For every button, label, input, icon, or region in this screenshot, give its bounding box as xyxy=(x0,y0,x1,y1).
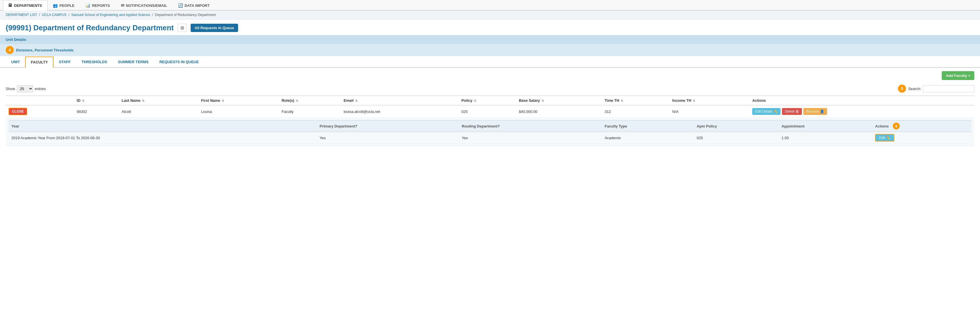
sort-lastname-icon[interactable]: ⇅ xyxy=(142,99,144,102)
step6-badge: 6 xyxy=(893,123,900,129)
table-area: Add Faculty + Show 25 50 100 entries 5 S… xyxy=(0,68,980,150)
row-first-name: Louisa xyxy=(198,105,278,118)
row-close-cell: CLOSE xyxy=(6,105,74,118)
sub-col-primary-dept: Primary Department? xyxy=(317,120,459,132)
reports-icon: 📊 xyxy=(86,3,90,8)
col-header-base-salary: Base Salary ⇅ xyxy=(516,96,601,105)
dataimport-icon: 🔄 xyxy=(178,3,183,8)
sub-col-routing-dept: Routing Department? xyxy=(459,120,602,132)
tab-notifications[interactable]: ✉ NOTIFICATIONS/EMAIL xyxy=(116,0,173,11)
step4-badge: 4 xyxy=(6,46,14,54)
notifications-icon: ✉ xyxy=(121,3,124,8)
tab-reports[interactable]: 📊 REPORTS xyxy=(80,0,116,11)
sort-incometh-icon[interactable]: ⇅ xyxy=(693,99,695,102)
row-income-th: N/A xyxy=(669,105,749,118)
sub-table-row: 2019 Academic Year From 2019-07-01 To 20… xyxy=(9,132,971,144)
people-icon: 👥 xyxy=(53,3,58,8)
sub-col-appointment: Appointment xyxy=(779,120,872,132)
tab-departments[interactable]: 🏛 DEPARTMENTS xyxy=(3,0,48,11)
subtab-requests-in-queue[interactable]: REQUESTS IN QUEUE xyxy=(154,57,204,67)
breadcrumb-dept-list[interactable]: DEPARTMENT LIST xyxy=(6,13,37,17)
sub-col-apm-policy: Apm Policy xyxy=(694,120,779,132)
show-entries: Show 25 50 100 entries xyxy=(6,85,46,92)
col-header-last-name: Last Name ⇅ xyxy=(119,96,198,105)
breadcrumb: DEPARTMENT LIST / UCLA CAMPUS / Samueli … xyxy=(0,11,980,19)
sort-email-icon[interactable]: ⇅ xyxy=(355,99,358,102)
edit-details-button[interactable]: Edit Details ✏️ xyxy=(752,108,781,115)
actions-cell: Edit Details ✏️ Delete 🗑 Become 👤 xyxy=(752,108,971,115)
sub-table: Year Primary Department? Routing Departm… xyxy=(9,120,971,144)
row-base-salary: $40,000.00 xyxy=(516,105,601,118)
main-nav: 🏛 DEPARTMENTS 👥 PEOPLE 📊 REPORTS ✉ NOTIF… xyxy=(0,0,980,11)
col-header-policy: Policy ⇅ xyxy=(458,96,516,105)
divisions-header: 4 Divisions, Personnel Thresholds xyxy=(0,44,980,56)
faculty-table: ID ⇅ Last Name ⇅ First Name ⇅ Role(s) ⇅ … xyxy=(6,95,974,146)
row-policy: 025 xyxy=(458,105,516,118)
sub-col-year: Year xyxy=(9,120,317,132)
sub-col-faculty-type: Faculty Type xyxy=(602,120,694,132)
col-header-roles: Role(s) ⇅ xyxy=(278,96,340,105)
col-header-first-name: First Name ⇅ xyxy=(198,96,278,105)
col-header-email: Email ⇅ xyxy=(340,96,458,105)
search-area: Search: xyxy=(908,85,974,92)
col-header-income-th: Income TH ⇅ xyxy=(669,96,749,105)
breadcrumb-dept: Department of Redundancy Department xyxy=(155,13,216,17)
col-header-actions: Actions xyxy=(749,96,974,105)
delete-button[interactable]: Delete 🗑 xyxy=(782,108,802,115)
search-input[interactable] xyxy=(923,85,974,92)
sub-row-primary-dept: Yes xyxy=(317,132,459,144)
sub-tabs: UNIT FACULTY STAFF THRESHOLDS SUMMER TER… xyxy=(0,57,980,68)
sub-row-routing-dept: Yes xyxy=(459,132,602,144)
sub-col-actions: Actions 6 xyxy=(872,120,971,132)
row-last-name: Alcott xyxy=(119,105,198,118)
row-time-th: 312 xyxy=(602,105,670,118)
expanded-cell: Year Primary Department? Routing Departm… xyxy=(6,118,974,146)
sort-firstname-icon[interactable]: ⇅ xyxy=(222,99,224,102)
step5-badge: 5 xyxy=(898,84,906,92)
table-header-row: ID ⇅ Last Name ⇅ First Name ⇅ Role(s) ⇅ … xyxy=(6,96,974,105)
sort-salary-icon[interactable]: ⇅ xyxy=(542,99,544,102)
col-header-actions-left xyxy=(6,96,74,105)
subtab-faculty[interactable]: FACULTY xyxy=(25,57,53,68)
row-roles: Faculty xyxy=(278,105,340,118)
subtab-thresholds[interactable]: THRESHOLDS xyxy=(76,57,113,67)
sub-row-actions: Edit ✏️ xyxy=(872,132,971,144)
sub-table-header: Year Primary Department? Routing Departm… xyxy=(9,120,971,132)
row-id: 98302 xyxy=(74,105,119,118)
breadcrumb-ucla-campus[interactable]: UCLA CAMPUS xyxy=(42,13,66,17)
expanded-sub-row: Year Primary Department? Routing Departm… xyxy=(6,118,974,146)
sub-row-apm-policy: 025 xyxy=(694,132,779,144)
subtab-unit[interactable]: UNIT xyxy=(6,57,25,67)
departments-icon: 🏛 xyxy=(8,3,12,8)
become-button[interactable]: Become 👤 xyxy=(803,108,827,115)
add-faculty-button[interactable]: Add Faculty + xyxy=(942,71,974,80)
sub-row-appointment: 1.00 xyxy=(779,132,872,144)
page-header: (99991) Department of Redundancy Departm… xyxy=(0,19,980,35)
subtab-staff[interactable]: STAFF xyxy=(53,57,76,67)
table-row: CLOSE 98302 Alcott Louisa Faculty louisa… xyxy=(6,105,974,118)
entries-select[interactable]: 25 50 100 xyxy=(17,85,33,92)
sort-timeth-icon[interactable]: ⇅ xyxy=(621,99,623,102)
tab-people[interactable]: 👥 PEOPLE xyxy=(48,0,80,11)
tab-dataimport[interactable]: 🔄 DATA IMPORT xyxy=(173,0,215,11)
sort-id-icon[interactable]: ⇅ xyxy=(82,99,84,102)
sort-policy-icon[interactable]: ⇅ xyxy=(474,99,476,102)
subtab-summer-terms[interactable]: SUMMER TERMS xyxy=(113,57,154,67)
edit-sub-button[interactable]: Edit ✏️ xyxy=(875,134,894,142)
unit-details-header: Unit Details xyxy=(0,35,980,44)
sort-roles-icon[interactable]: ⇅ xyxy=(296,99,298,102)
col-header-time-th: Time TH ⇅ xyxy=(602,96,670,105)
sub-row-faculty-type: Academic xyxy=(602,132,694,144)
row-email: louisa.alcott@ucla.net xyxy=(340,105,458,118)
page-title: (99991) Department of Redundancy Departm… xyxy=(6,24,174,32)
table-controls: Show 25 50 100 entries 5 Search: xyxy=(6,84,974,92)
row-actions: Edit Details ✏️ Delete 🗑 Become 👤 xyxy=(749,105,974,118)
sub-row-year: 2019 Academic Year From 2019-07-01 To 20… xyxy=(9,132,317,144)
col-header-id: ID ⇅ xyxy=(74,96,119,105)
all-requests-button[interactable]: All Requests In Queue xyxy=(191,24,238,32)
close-button[interactable]: CLOSE xyxy=(9,108,27,115)
breadcrumb-samueli[interactable]: Samueli School of Engineering and Applie… xyxy=(71,13,150,17)
org-chart-button[interactable]: ⊞ xyxy=(178,24,187,32)
